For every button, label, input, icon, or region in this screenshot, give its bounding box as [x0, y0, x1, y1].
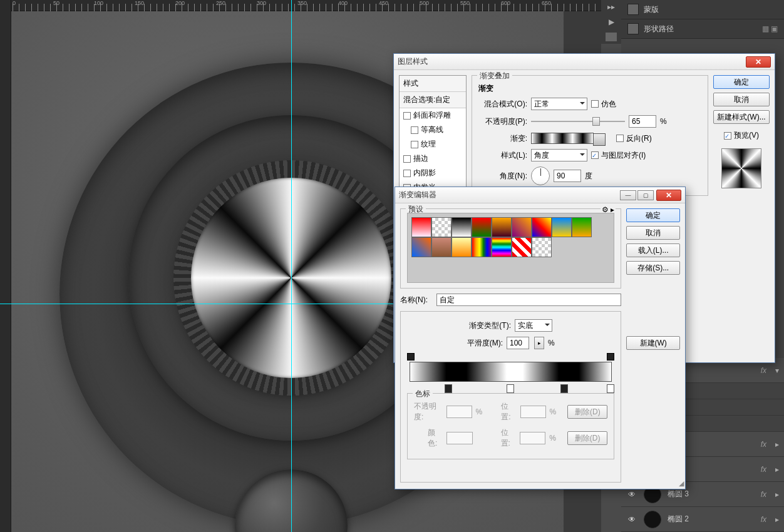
grad-swatch[interactable]: [411, 237, 431, 257]
new-style-button[interactable]: 新建样式(W)...: [713, 110, 770, 124]
dialog-title: 渐变编辑器: [399, 190, 619, 200]
chevron-right-icon[interactable]: ▸: [775, 515, 779, 524]
opacity-stop[interactable]: [407, 353, 415, 361]
color-stop[interactable]: [560, 384, 568, 393]
guide-vertical[interactable]: [291, 0, 292, 532]
grad-swatch[interactable]: [472, 217, 492, 237]
play-icon[interactable]: ▶: [609, 18, 614, 26]
dialog-titlebar[interactable]: 图层样式 ✕: [394, 54, 775, 70]
grad-swatch[interactable]: [411, 217, 431, 237]
gradient-preview[interactable]: [531, 133, 594, 144]
smoothness-dropdown[interactable]: ▸: [534, 337, 544, 349]
bevel-emboss-item[interactable]: 斜面和浮雕: [400, 108, 466, 123]
slider-thumb[interactable]: [592, 117, 600, 126]
panel-opts-icon[interactable]: ▦ ▣: [762, 24, 778, 33]
grad-swatch[interactable]: [512, 217, 532, 237]
close-button[interactable]: ✕: [656, 190, 681, 201]
layer-thumb[interactable]: [644, 511, 661, 528]
shape-path-panel-tab[interactable]: 形状路径▦ ▣: [621, 19, 784, 39]
angle-dial[interactable]: [531, 166, 550, 185]
grad-swatch[interactable]: [532, 237, 552, 257]
gradient-ramp[interactable]: [410, 362, 612, 382]
save-button[interactable]: 存储(S)...: [626, 261, 680, 275]
new-gradient-button[interactable]: 新建(W): [626, 336, 680, 350]
inner-shadow-item[interactable]: 内阴影: [400, 166, 466, 180]
preview-checkbox[interactable]: [724, 132, 731, 140]
checkbox[interactable]: [403, 112, 411, 120]
chevron-right-icon[interactable]: ▸: [775, 465, 779, 474]
checkbox[interactable]: [403, 155, 411, 163]
style-effect-list[interactable]: 样式 混合选项:自定 斜面和浮雕 等高线 纹理 描边 内阴影 内发光: [399, 75, 467, 201]
fx-badge[interactable]: fx: [761, 515, 766, 524]
styles-header[interactable]: 样式: [400, 76, 466, 92]
texture-item[interactable]: 纹理: [400, 137, 466, 151]
grad-swatch[interactable]: [512, 237, 532, 257]
dialog-titlebar[interactable]: 渐变编辑器 — ▢ ✕: [395, 187, 685, 203]
mask-panel-tab[interactable]: 蒙版: [621, 0, 784, 19]
smoothness-input[interactable]: [507, 337, 529, 349]
adjust-icon[interactable]: [606, 33, 617, 41]
grad-swatch[interactable]: [492, 237, 512, 257]
maximize-button[interactable]: ▢: [637, 190, 654, 200]
chevron-right-icon[interactable]: ▸: [775, 440, 779, 449]
ruler-horizontal[interactable]: 0 50 100 150 200 250 300 350 400 450 500…: [0, 0, 601, 11]
close-button[interactable]: ✕: [746, 56, 771, 68]
contour-item[interactable]: 等高线: [400, 123, 466, 137]
grad-swatch[interactable]: [572, 217, 592, 237]
cancel-button[interactable]: 取消: [713, 93, 770, 106]
reverse-checkbox[interactable]: [616, 135, 624, 142]
smoothness-label: 平滑度(M):: [467, 338, 503, 349]
visibility-icon[interactable]: 👁: [626, 515, 637, 524]
delete-stop-button[interactable]: 删除(D): [567, 405, 607, 419]
collapse-icon[interactable]: ▸▸: [607, 3, 615, 11]
color-stop[interactable]: [507, 384, 514, 393]
gradient-style-combo[interactable]: 角度: [531, 149, 587, 161]
fx-badge[interactable]: fx: [761, 465, 766, 474]
blend-options-item[interactable]: 混合选项:自定: [400, 92, 466, 108]
layer-row[interactable]: 👁椭圆 2fx▸: [621, 507, 784, 532]
fx-badge[interactable]: fx: [761, 440, 766, 449]
presets-area[interactable]: [407, 213, 614, 283]
angle-input[interactable]: [554, 170, 581, 182]
color-stop[interactable]: [607, 384, 614, 393]
chevron-right-icon[interactable]: ▸: [775, 490, 779, 499]
ruler-vertical[interactable]: [0, 0, 11, 532]
grad-swatch[interactable]: [492, 217, 512, 237]
color-stop[interactable]: [445, 384, 452, 393]
grad-swatch[interactable]: [451, 217, 472, 237]
grad-swatch[interactable]: [532, 217, 552, 237]
stops-group: 色标 不透明度: % 位置: % 删除(D) 颜色: 位置: % 删除(D): [407, 393, 614, 459]
checkbox[interactable]: [411, 126, 418, 134]
gradient-type-combo[interactable]: 实底: [515, 319, 552, 332]
grad-swatch[interactable]: [552, 217, 572, 237]
checkbox[interactable]: [403, 170, 411, 177]
gradient-name-input[interactable]: [436, 294, 621, 306]
opacity-stop[interactable]: [607, 353, 614, 361]
grad-swatch[interactable]: [472, 237, 492, 257]
pct-label: %: [550, 407, 557, 416]
resize-grip-icon[interactable]: ◢: [679, 479, 684, 488]
opacity-slider[interactable]: [531, 115, 625, 128]
align-checkbox[interactable]: [591, 151, 599, 159]
group-title: 渐变叠加: [477, 71, 512, 81]
minimize-button[interactable]: —: [620, 190, 636, 200]
load-button[interactable]: 载入(L)...: [626, 243, 680, 257]
blend-mode-combo[interactable]: 正常: [531, 98, 587, 110]
delete-stop-button[interactable]: 删除(D): [567, 431, 607, 445]
editor-buttons: 确定 取消 载入(L)... 存储(S)... 新建(W): [626, 208, 680, 488]
grad-swatch[interactable]: [431, 237, 451, 257]
grad-swatch[interactable]: [431, 217, 451, 237]
fx-badge[interactable]: fx: [761, 366, 766, 375]
opacity-input[interactable]: [629, 115, 656, 128]
fx-badge[interactable]: fx: [761, 490, 766, 499]
ok-button[interactable]: 确定: [626, 208, 680, 222]
gradient-bar[interactable]: [407, 354, 614, 393]
chevron-down-icon[interactable]: ▾: [775, 366, 779, 375]
dither-checkbox[interactable]: [591, 100, 599, 108]
ok-button[interactable]: 确定: [713, 75, 770, 89]
cancel-button[interactable]: 取消: [626, 226, 680, 240]
checkbox[interactable]: [411, 141, 418, 148]
grad-swatch[interactable]: [451, 237, 472, 257]
dropdown-icon[interactable]: [600, 136, 605, 141]
stroke-item[interactable]: 描边: [400, 151, 466, 166]
